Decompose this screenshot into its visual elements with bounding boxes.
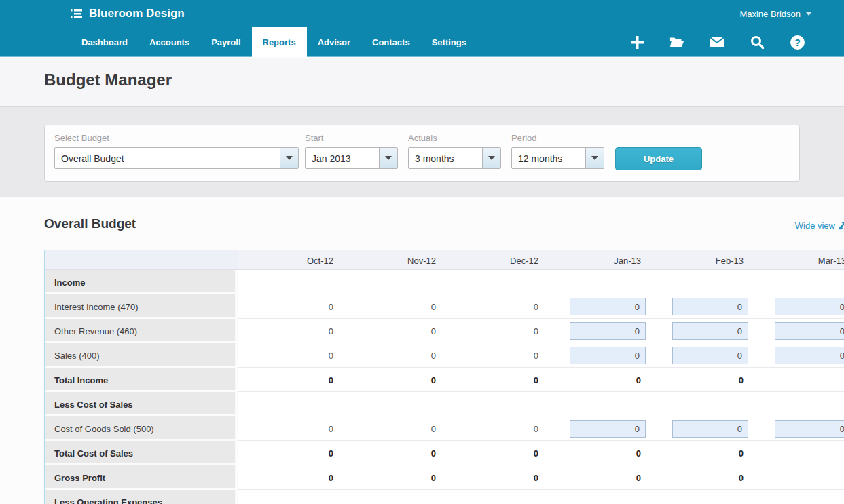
budget-cell: 0	[340, 465, 443, 490]
tab-advisor[interactable]: Advisor	[307, 27, 361, 57]
row-label: Less Cost of Sales	[44, 392, 238, 416]
period-field: Period 12 months	[511, 133, 604, 169]
help-icon[interactable]: ?	[790, 35, 805, 50]
select-budget-field: Select Budget Overall Budget	[54, 133, 299, 169]
org-switcher[interactable]: Blueroom Design	[71, 0, 185, 27]
budget-input-cell[interactable]: 0	[570, 347, 646, 364]
actuals-value: 3 months	[409, 148, 482, 168]
budget-cell: 0	[648, 465, 750, 490]
budget-cell	[545, 490, 648, 504]
table-row: Total Income00000	[44, 368, 844, 392]
budget-table-body: IncomeInterest Income (470)000000Other R…	[44, 270, 844, 504]
budget-cell: 0	[238, 294, 340, 319]
table-row: Less Operating Expenses	[44, 490, 844, 504]
start-dropdown[interactable]: Jan 2013	[305, 147, 398, 169]
budget-cell: 0	[545, 416, 648, 441]
budget-cell: 0	[443, 319, 545, 343]
table-row: Income	[44, 270, 844, 294]
budget-input-cell[interactable]: 0	[775, 420, 844, 438]
svg-text:?: ?	[794, 37, 801, 47]
budget-input-cell[interactable]: 0	[775, 322, 844, 340]
tab-reports[interactable]: Reports	[252, 27, 307, 57]
table-corner-cell	[44, 250, 238, 269]
actuals-field: Actuals 3 months	[408, 133, 501, 169]
top-navigation-bar: Blueroom Design Maxine Bridson Dashboard…	[0, 0, 844, 57]
period-dropdown[interactable]: 12 months	[511, 147, 604, 169]
budget-input-cell[interactable]: 0	[570, 420, 646, 438]
budget-cell: 0	[648, 368, 750, 392]
period-value: 12 months	[512, 148, 585, 168]
update-button[interactable]: Update	[615, 147, 702, 170]
table-row: Cost of Goods Sold (500)000000	[44, 416, 844, 441]
budget-cell: 0	[545, 319, 648, 343]
budget-input-cell[interactable]: 0	[672, 298, 748, 315]
budget-cell	[340, 490, 443, 504]
table-row: Other Revenue (460)000000	[44, 319, 844, 343]
row-label: Gross Profit	[44, 465, 238, 490]
column-header: Nov-12	[340, 250, 443, 269]
tab-contacts[interactable]: Contacts	[361, 27, 421, 57]
user-menu[interactable]: Maxine Bridson	[739, 0, 811, 27]
budget-cell: 0	[648, 319, 750, 343]
budget-input-cell[interactable]: 0	[775, 298, 844, 315]
user-name: Maxine Bridson	[739, 9, 801, 19]
budget-table-header: Oct-12Nov-12Dec-12Jan-13Feb-13Mar-13	[44, 250, 844, 270]
budget-cell	[648, 490, 750, 504]
tab-settings[interactable]: Settings	[421, 27, 477, 57]
budget-cell: 0	[545, 368, 648, 392]
budget-cell	[443, 270, 545, 294]
budget-cell: 0	[750, 294, 844, 319]
actuals-dropdown[interactable]: 3 months	[408, 147, 501, 169]
budget-cell	[340, 270, 443, 294]
chevron-down-icon[interactable]	[379, 148, 397, 168]
budget-input-cell[interactable]: 0	[570, 322, 646, 340]
budget-cell: 0	[238, 319, 340, 343]
select-budget-label: Select Budget	[54, 133, 299, 143]
tab-dashboard[interactable]: Dashboard	[71, 27, 139, 57]
row-label: Total Cost of Sales	[44, 441, 238, 465]
budget-cell: 0	[443, 343, 545, 368]
chevron-down-icon[interactable]	[280, 148, 298, 168]
budget-cell: 0	[750, 319, 844, 343]
budget-input-cell[interactable]: 0	[672, 347, 748, 364]
chevron-down-icon[interactable]	[585, 148, 604, 168]
tab-payroll[interactable]: Payroll	[200, 27, 251, 57]
column-header: Dec-12	[443, 250, 545, 269]
mail-icon[interactable]	[710, 35, 724, 50]
budget-input-cell[interactable]: 0	[672, 420, 748, 438]
folder-icon[interactable]	[669, 35, 684, 50]
budget-cell: 0	[238, 368, 340, 392]
search-icon[interactable]	[750, 35, 765, 50]
budget-cell: 0	[648, 294, 750, 319]
budget-input-cell[interactable]: 0	[672, 322, 748, 340]
wide-view-label: Wide view	[795, 220, 835, 231]
filter-panel: Select Budget Overall Budget Start Jan 2…	[44, 125, 800, 182]
wide-view-link[interactable]: Wide view	[795, 220, 844, 231]
budget-cell: 0	[340, 368, 443, 392]
budget-cell	[750, 270, 844, 294]
budget-cell	[750, 368, 844, 392]
budget-cell: 0	[750, 416, 844, 441]
select-budget-dropdown[interactable]: Overall Budget	[54, 147, 299, 169]
budget-input-cell[interactable]: 0	[570, 298, 646, 315]
start-field: Start Jan 2013	[305, 133, 398, 169]
budget-cell	[443, 392, 545, 416]
org-name: Blueroom Design	[89, 7, 185, 20]
tab-accounts[interactable]: Accounts	[139, 27, 200, 57]
budget-cell: 0	[238, 441, 340, 465]
period-label: Period	[511, 133, 604, 143]
budget-cell: 0	[340, 441, 443, 465]
column-header: Jan-13	[545, 250, 648, 269]
table-row: Gross Profit00000	[44, 465, 844, 490]
budget-cell: 0	[340, 319, 443, 343]
budget-cell: 0	[443, 368, 545, 392]
chevron-down-icon[interactable]	[482, 148, 500, 168]
row-label: Total Income	[44, 368, 238, 392]
plus-icon[interactable]	[629, 35, 644, 50]
budget-cell: 0	[545, 294, 648, 319]
budget-input-cell[interactable]: 0	[775, 347, 844, 364]
budget-cell: 0	[238, 343, 340, 368]
table-row: Total Cost of Sales00000	[44, 441, 844, 465]
primary-nav: DashboardAccountsPayrollReportsAdvisorCo…	[71, 27, 477, 57]
row-label: Income	[44, 270, 238, 294]
